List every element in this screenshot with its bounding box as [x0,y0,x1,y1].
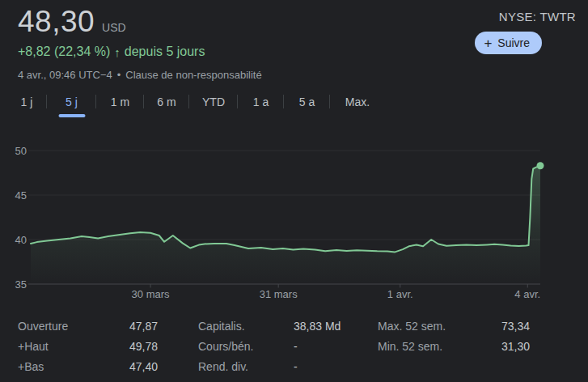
stat-value-renddiv: - [294,357,378,377]
price-change-row: +8,82 (22,34 %) ↑ depuis 5 jours [18,45,205,59]
tab-5j[interactable]: 5 j [47,88,96,115]
x-axis-tick-label: 30 mars [132,288,170,300]
quote-meta-row: 4 avr., 09:46 UTC−4 • Clause de non-resp… [18,69,262,81]
tab-max[interactable]: Max. [330,88,385,115]
stat-value-coursben: - [294,337,378,357]
separator-dot: • [117,69,121,81]
price-change-value: +8,82 (22,34 %) [18,45,110,59]
follow-button[interactable]: + Suivre [475,32,542,54]
plus-icon: + [484,36,492,50]
tab-1a[interactable]: 1 a [238,88,284,115]
x-axis-tick-label: 31 mars [260,288,298,300]
price-block: 48,30 USD [18,5,126,39]
stat-label-max52: Max. 52 sem. [378,316,501,337]
price-change-period: depuis 5 jours [125,45,205,59]
stat-value-capitalis: 38,83 Md [294,316,378,337]
y-axis-tick-label: 40 [15,234,27,246]
stat-value-haut: 49,78 [129,337,198,357]
area-fill [31,166,540,284]
stat-label-min52: Min. 52 sem. [378,337,501,357]
stat-value-ouverture: 47,87 [129,316,198,337]
follow-button-label: Suivre [497,36,530,49]
last-price-dot [537,162,544,169]
current-price: 48,30 [18,5,95,39]
currency-label: USD [102,21,126,34]
tab-6m[interactable]: 6 m [144,88,189,115]
disclaimer-link[interactable]: Clause de non-responsabilité [125,69,261,81]
exchange-ticker: NYSE: TWTR [499,10,576,23]
arrow-up-icon: ↑ [114,45,121,59]
stat-label-renddiv: Rend. div. [198,357,294,377]
y-axis-tick-label: 50 [15,145,27,157]
stat-value-min52: 31,30 [501,337,550,357]
stat-label-haut: +Haut [18,337,129,357]
stat-label-capitalis: Capitalis. [198,316,294,337]
time-range-tabs: 1 j 5 j 1 m 6 m YTD 1 a 5 a Max. [6,88,385,115]
quote-timestamp: 4 avr., 09:46 UTC−4 [18,69,112,81]
stat-label-bas: +Bas [18,357,129,377]
y-axis-tick-label: 45 [15,189,27,202]
tab-1m[interactable]: 1 m [96,88,144,115]
x-axis-tick-label: 1 avr. [387,288,413,300]
tab-ytd[interactable]: YTD [189,88,238,115]
stat-value-max52: 73,34 [501,316,550,337]
stat-label-coursben: Cours/bén. [198,337,294,357]
tab-5a[interactable]: 5 a [284,88,330,115]
stat-value-bas: 47,40 [129,357,198,377]
y-axis-tick-label: 35 [15,278,27,291]
stat-label-ouverture: Ouverture [18,316,129,337]
price-chart[interactable]: 3540455030 mars31 mars1 avr.4 avr. [0,129,588,303]
tab-1j[interactable]: 1 j [6,88,47,115]
x-axis-tick-label: 4 avr. [514,288,540,300]
stats-table: Ouverture 47,87 Capitalis. 38,83 Md Max.… [18,316,550,377]
price-chart-svg: 3540455030 mars31 mars1 avr.4 avr. [0,129,588,303]
